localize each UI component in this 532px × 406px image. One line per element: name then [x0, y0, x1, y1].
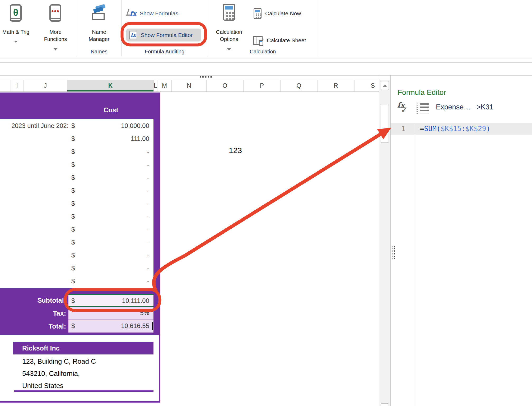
show-formula-editor-label: Show Formula Editor — [141, 32, 193, 38]
cost-rows: $10,000.00$111.00$-$-$-$-$-$-$-$-$-$-$- — [0, 119, 153, 288]
cost-value: - — [147, 158, 149, 171]
currency-symbol: $ — [71, 171, 75, 184]
column-header-blank[interactable] — [0, 80, 11, 91]
calculate-now-button[interactable]: Calculate Now — [254, 8, 301, 19]
currency-symbol: $ — [71, 184, 75, 197]
cost-row[interactable]: $- — [0, 275, 153, 288]
invoice-header-band: Cost — [0, 93, 160, 119]
vertical-scrollbar[interactable] — [379, 80, 390, 406]
currency-symbol: $ — [71, 158, 75, 171]
currency-symbol: $ — [71, 145, 75, 158]
column-header-Q[interactable]: Q — [281, 80, 318, 91]
formula-token: = — [420, 125, 424, 133]
scrollbar-down-button[interactable] — [381, 403, 389, 406]
calculation-options-icon — [223, 4, 235, 21]
scrollbar-up-button[interactable] — [381, 81, 389, 90]
group-label-calculation: Calculation — [242, 49, 284, 55]
formula-bar-top-line — [0, 62, 532, 63]
cost-row[interactable]: $- — [0, 145, 153, 158]
invoice-frame-bottom — [0, 401, 160, 403]
math-trig-button[interactable]: θ Math & Trig — [0, 0, 32, 53]
text-cursor — [152, 322, 153, 330]
summary-row[interactable]: Subtotal:$10,111.00 — [0, 294, 160, 307]
cost-value: - — [147, 262, 149, 275]
panel-splitter-grip[interactable] — [393, 246, 395, 259]
cost-row[interactable]: $- — [0, 210, 153, 223]
company-address-line: 123, Building C, Road C — [22, 357, 96, 366]
more-functions-label: More Functions — [40, 29, 71, 43]
sheet-name: Expense… — [436, 103, 471, 111]
column-header-N[interactable]: N — [172, 80, 207, 91]
cost-column-header: Cost — [68, 106, 153, 114]
summary-row[interactable]: Tax:5% — [0, 307, 160, 320]
summary-value-cell[interactable]: $10,616.55 — [68, 320, 153, 333]
cost-row[interactable]: $- — [0, 236, 153, 249]
calculate-now-label: Calculate Now — [265, 10, 301, 17]
summary-value-cell[interactable]: 5% — [68, 307, 153, 320]
calculation-options-button[interactable]: Calculation Options — [213, 0, 245, 53]
summary-value-cell[interactable]: $10,111.00 — [68, 294, 153, 307]
floating-cell-text[interactable]: 123 — [223, 146, 248, 155]
scrollbar-thumb[interactable] — [381, 105, 389, 143]
summary-value: 10,616.55 — [121, 320, 149, 332]
formula-token: ) — [486, 125, 491, 133]
summary-value: 10,111.00 — [122, 295, 149, 307]
cost-row[interactable]: $- — [0, 223, 153, 236]
cost-row[interactable]: $- — [0, 184, 153, 197]
column-header-P[interactable]: P — [244, 80, 281, 91]
cost-row[interactable]: $111.00 — [0, 132, 153, 145]
formula-token: $K$15 — [441, 125, 461, 133]
summary-value: 5% — [140, 307, 149, 319]
group-label-names: Names — [83, 49, 115, 55]
column-header-M[interactable]: M — [157, 80, 172, 91]
name-manager-button[interactable]: Name Manager — [83, 0, 115, 53]
cost-row[interactable]: $- — [0, 262, 153, 275]
column-header-O[interactable]: O — [207, 80, 244, 91]
company-name-bar: Ricksoft Inc — [13, 342, 153, 354]
pane-splitter-grip[interactable] — [200, 76, 212, 78]
cost-value: 10,000.00 — [121, 119, 149, 132]
formula-token: SUM( — [424, 125, 441, 133]
column-header-L[interactable]: L — [154, 80, 157, 91]
column-headers: IJKLMNOPQRS — [0, 80, 379, 92]
currency-symbol: $ — [71, 262, 75, 275]
calculate-sheet-icon — [253, 36, 263, 45]
formula-editor-title: Formula Editor — [398, 88, 446, 97]
calculate-sheet-button[interactable]: Calculate Sheet — [253, 35, 306, 46]
column-header-J[interactable]: J — [24, 80, 67, 91]
more-functions-dropdown-icon[interactable] — [54, 48, 57, 50]
cost-row[interactable]: $- — [0, 171, 153, 184]
show-formulas-button[interactable]: fx Show Formulas — [126, 7, 178, 20]
cost-row[interactable]: $- — [0, 249, 153, 262]
show-formulas-label: Show Formulas — [140, 10, 178, 17]
formula-input[interactable]: =SUM($K$15:$K$29) — [420, 123, 490, 135]
summary-label: Total: — [0, 320, 66, 333]
calculation-options-label: Calculation Options — [213, 29, 245, 43]
column-header-K[interactable]: K — [67, 80, 154, 91]
cost-value: 111.00 — [131, 132, 149, 145]
ribbon-bottom-line — [0, 58, 532, 58]
show-formula-editor-button[interactable]: fx Show Formula Editor — [126, 29, 201, 41]
math-trig-dropdown-icon[interactable] — [14, 41, 18, 43]
fx-check-icon[interactable]: fx ✓ — [397, 101, 411, 115]
more-functions-button[interactable]: ••• More Functions — [40, 0, 71, 53]
column-header-R[interactable]: R — [318, 80, 354, 91]
function-list-icon[interactable] — [417, 103, 429, 114]
currency-symbol: $ — [71, 223, 75, 236]
summary-row[interactable]: Total:$10,616.55 — [0, 320, 160, 333]
currency-symbol: $ — [71, 275, 75, 288]
currency-symbol: $ — [71, 249, 75, 262]
column-header-I[interactable]: I — [11, 80, 24, 91]
currency-symbol: $ — [71, 197, 75, 210]
cost-value: - — [147, 145, 149, 158]
cost-row[interactable]: $- — [0, 158, 153, 171]
cost-row[interactable]: $10,000.00 — [0, 119, 153, 132]
name-manager-icon — [91, 5, 107, 20]
column-header-S[interactable]: S — [354, 80, 379, 91]
cost-value: - — [147, 184, 149, 197]
cost-row[interactable]: $- — [0, 197, 153, 210]
formula-cell-reference[interactable]: Expense…>K31 — [436, 103, 493, 111]
invoice-frame-right — [159, 335, 160, 403]
calculation-options-dropdown-icon[interactable] — [227, 48, 231, 50]
cost-value: - — [147, 236, 149, 249]
